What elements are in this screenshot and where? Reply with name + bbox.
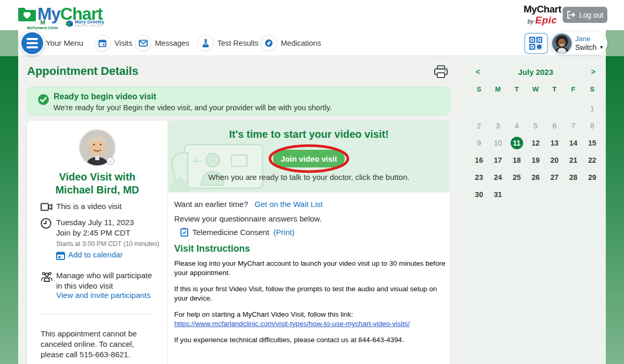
calendar-day-header: S	[470, 85, 488, 98]
left-decorative-strip	[0, 30, 18, 364]
video-visit-illustration	[170, 135, 269, 192]
mary-greeley-sublabel: MEDICAL CENTER	[75, 25, 105, 28]
calendar-day-header: S	[583, 85, 602, 98]
log-out-button[interactable]: Log out	[563, 7, 607, 23]
profile-switch-button[interactable]: Jane Switch▼	[550, 32, 607, 55]
nav-item-test-results[interactable]: Test Results	[198, 34, 258, 52]
calendar-day[interactable]: 25	[508, 171, 526, 184]
calendar-day[interactable]: 30	[470, 188, 488, 201]
calendar-day[interactable]: 1	[583, 102, 602, 115]
earlier-time-label: Want an earlier time?	[174, 200, 248, 209]
calendar-day[interactable]: 6	[545, 120, 564, 132]
calendar-day-blank	[545, 102, 564, 115]
calendar-day[interactable]: 14	[564, 137, 582, 149]
participants-icon	[41, 271, 53, 282]
nav-item-visits[interactable]: Visits	[95, 34, 132, 52]
calendar-day-blank	[564, 188, 582, 201]
starts-note: Starts at 3:00 PM CDT (10 minutes)	[56, 240, 159, 248]
instruction-paragraph: For help on starting a MyChart Video Vis…	[174, 310, 446, 329]
manage-participants-label: Manage who will participate in this vide…	[56, 270, 152, 291]
consent-label[interactable]: Telemedicine Consent	[192, 228, 269, 237]
calendar-day-blank	[526, 188, 545, 201]
calendar-day[interactable]: 7	[564, 120, 582, 132]
calendar-day[interactable]: 24	[488, 171, 507, 184]
your-menu-label[interactable]: Your Menu	[46, 38, 83, 47]
calendar-day-blank	[488, 102, 507, 115]
calendar-month-title: July 2023	[465, 68, 606, 76]
qr-code-button[interactable]	[524, 33, 548, 54]
mary-greeley-logo: Mary Greeley MEDICAL CENTER	[66, 20, 105, 28]
your-menu-button[interactable]	[20, 31, 45, 56]
calendar-day[interactable]: 15	[583, 137, 602, 149]
appointment-title: Video Visit with Michael Bird, MD	[27, 171, 167, 197]
join-video-visit-button[interactable]: Join video visit	[273, 150, 345, 167]
calendar-day-blank	[545, 188, 564, 201]
mcfarland-label: McFarland Clinic	[27, 26, 58, 30]
consent-print-link[interactable]: (Print)	[274, 228, 295, 237]
calendar-day[interactable]: 17	[488, 154, 507, 166]
calendar-day[interactable]: 18	[508, 154, 526, 166]
calendar-day[interactable]: 5	[526, 120, 545, 132]
calendar-day[interactable]: 13	[545, 137, 564, 149]
check-circle-icon	[37, 94, 49, 106]
calendar-day[interactable]: 8	[583, 120, 602, 132]
log-out-label: Log out	[579, 11, 604, 19]
calendar-day[interactable]: 3	[488, 120, 507, 132]
cancel-note: This appointment cannot be canceled onli…	[41, 329, 156, 360]
visit-instructions-body: Please log into your MyChart account to …	[174, 259, 446, 352]
calendar-day[interactable]: 19	[526, 154, 545, 166]
video-camera-icon	[41, 203, 53, 211]
qr-code-icon	[529, 36, 543, 50]
calendar-day[interactable]: 31	[488, 188, 507, 201]
print-button[interactable]	[433, 65, 449, 80]
banner-title: Ready to begin video visit	[54, 92, 156, 101]
calendar-day[interactable]: 20	[545, 154, 564, 166]
calendar-day[interactable]: 27	[545, 171, 564, 184]
mini-calendar: < July 2023 > SMTWTFS1234567891011121314…	[465, 56, 606, 364]
calendar-day-header: F	[564, 85, 582, 98]
appointment-datetime: Tuesday July 11, 2023 Join by 2:45 PM CD…	[56, 217, 134, 238]
calendar-day[interactable]: 23	[470, 171, 488, 184]
calendar-icon	[95, 35, 110, 51]
start-visit-panel: It's time to start your video visit! Joi…	[168, 121, 450, 192]
calendar-day[interactable]: 4	[508, 120, 526, 132]
mychart-by-epic-logo: MyChart by Epic	[522, 4, 563, 25]
nav-item-messages[interactable]: Messages	[135, 34, 189, 52]
card-divider	[41, 314, 154, 315]
calendar-day[interactable]: 22	[583, 154, 602, 166]
help-link[interactable]: https://www.mcfarlandclinic.com/visit-ty…	[174, 320, 410, 328]
pill-icon	[261, 35, 277, 51]
provider-info-icon[interactable]: i	[107, 157, 114, 165]
visit-instructions-heading: Visit Instructions	[174, 243, 250, 254]
calendar-day[interactable]: 16	[470, 154, 488, 166]
start-visit-heading: It's time to start your video visit!	[168, 128, 450, 140]
wait-list-link[interactable]: Get on the Wait List	[255, 200, 323, 209]
calendar-day[interactable]: 29	[583, 171, 602, 184]
calendar-day[interactable]: 21	[564, 154, 582, 166]
view-invite-participants-link[interactable]: View and invite participants	[56, 291, 151, 300]
ready-status-banner: Ready to begin video visit We're ready f…	[27, 87, 450, 115]
calendar-day-blank	[564, 102, 582, 115]
visit-details-section: Want an earlier time? Get on the Wait Li…	[168, 192, 450, 364]
add-calendar-icon	[56, 251, 65, 260]
nav-item-medications[interactable]: Medications	[261, 34, 321, 52]
calendar-day[interactable]: 10	[488, 137, 507, 149]
calendar-day[interactable]: 9	[470, 137, 488, 149]
calendar-next-button[interactable]: >	[591, 68, 595, 76]
calendar-day[interactable]: 2	[470, 120, 488, 132]
epic-brand-text: Epic	[535, 15, 557, 25]
profile-name: Jane	[575, 35, 604, 43]
calendar-day[interactable]: 26	[526, 171, 545, 184]
log-out-icon	[567, 11, 576, 19]
calendar-day[interactable]: 11	[508, 137, 526, 149]
flask-icon	[198, 35, 213, 51]
calendar-day[interactable]: 28	[564, 171, 582, 184]
calendar-day[interactable]: 12	[526, 137, 545, 149]
visit-type-label: This is a video visit	[56, 201, 122, 212]
calendar-day-blank	[526, 102, 545, 115]
instruction-paragraph: If you experience technical difficulties…	[174, 335, 446, 345]
instruction-paragraph: Please log into your MyChart account to …	[174, 259, 446, 278]
printer-icon	[434, 65, 448, 79]
calendar-day-header: T	[508, 85, 526, 98]
add-to-calendar-link[interactable]: Add to calendar	[68, 250, 123, 259]
